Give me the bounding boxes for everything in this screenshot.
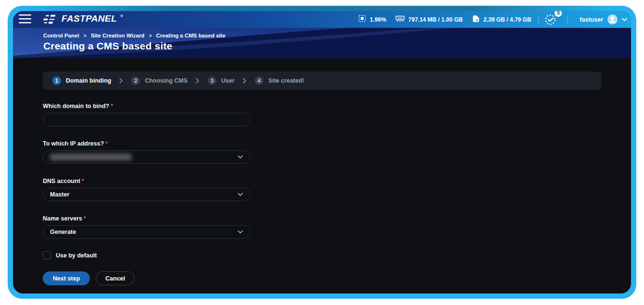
registered-mark: ® <box>120 14 123 18</box>
label-text: Name servers <box>43 215 82 222</box>
topbar: FASTPANEL ® 1.96% <box>13 11 631 28</box>
ip-field-group: To which IP address?* <box>43 140 250 164</box>
breadcrumb-control-panel[interactable]: Control Panel <box>43 33 79 38</box>
step-label: User <box>221 77 235 84</box>
page-header: Control Panel > Site Creation Wizard > C… <box>13 28 631 58</box>
disk-usage-value: 2.39 GB / 4.79 GB <box>483 16 531 23</box>
required-mark: * <box>84 215 86 222</box>
topbar-right: 1.96% 797.14 MB / 1 <box>349 12 627 27</box>
ram-usage-stat: 797.14 MB / 1.00 GB <box>396 15 463 24</box>
brand-name: FASTPANEL <box>62 13 117 24</box>
breadcrumb-separator: > <box>84 33 87 38</box>
next-step-button[interactable]: Next step <box>43 271 90 285</box>
notification-count-badge: 0 <box>555 11 562 17</box>
ip-select[interactable] <box>43 150 250 164</box>
cpu-usage-value: 1.96% <box>370 16 386 23</box>
name-servers-selected-value: Generate <box>50 229 76 235</box>
step-number: 3 <box>208 76 216 85</box>
name-servers-field-label: Name servers* <box>43 215 250 222</box>
disk-usage-stat: 2.39 GB / 4.79 GB <box>472 15 531 24</box>
required-mark: * <box>111 103 113 110</box>
domain-binding-form: Which domain to bind?* To which IP addre… <box>43 103 601 285</box>
step-number: 1 <box>52 76 61 85</box>
chevron-down-icon <box>237 191 243 198</box>
label-text: Which domain to bind? <box>43 103 109 110</box>
chevron-right-icon <box>119 78 123 84</box>
username: fastuser <box>580 16 603 23</box>
disk-icon <box>472 15 480 24</box>
app-window: FASTPANEL ® 1.96% <box>13 11 631 293</box>
chevron-down-icon <box>622 16 627 23</box>
label-text: To which IP address? <box>43 140 104 147</box>
cpu-icon <box>358 14 366 24</box>
cpu-usage-stat: 1.96% <box>358 14 386 24</box>
avatar <box>607 14 618 24</box>
step-number: 4 <box>255 76 263 85</box>
ram-icon <box>396 15 405 24</box>
app-window-frame: FASTPANEL ® 1.96% <box>8 6 636 299</box>
chevron-down-icon <box>237 154 243 160</box>
label-text: DNS account <box>43 178 80 184</box>
use-by-default-checkbox[interactable] <box>43 251 51 259</box>
notifications-button[interactable]: 0 <box>544 12 560 27</box>
hamburger-icon <box>19 14 31 25</box>
name-servers-select[interactable]: Generate <box>43 225 250 239</box>
breadcrumb-current-page: Creating a CMS based site <box>156 33 225 38</box>
topbar-divider <box>567 15 568 24</box>
dns-account-field-label: DNS account* <box>43 178 250 184</box>
menu-toggle-button[interactable] <box>16 12 34 27</box>
required-mark: * <box>105 140 108 147</box>
equalizer-icon <box>42 13 58 26</box>
step-domain-binding[interactable]: 1 Domain binding <box>52 76 111 85</box>
domain-field-group: Which domain to bind?* <box>43 103 250 126</box>
dns-account-select[interactable]: Master <box>43 188 250 201</box>
step-label: Choosing CMS <box>145 77 187 84</box>
step-label: Domain binding <box>66 77 111 84</box>
required-mark: * <box>82 178 84 184</box>
cancel-button[interactable]: Cancel <box>96 271 135 285</box>
step-site-created[interactable]: 4 Site created! <box>255 76 304 85</box>
dns-account-field-group: DNS account* Master <box>43 178 250 201</box>
page-title: Creating a CMS based site <box>43 40 601 52</box>
use-by-default-label: Use by default <box>56 252 97 259</box>
step-choosing-cms[interactable]: 2 Choosing CMS <box>131 76 187 85</box>
breadcrumb-separator: > <box>149 33 152 38</box>
domain-input[interactable] <box>43 113 250 126</box>
ram-usage-value: 797.14 MB / 1.00 GB <box>409 16 463 23</box>
chevron-right-icon <box>243 78 247 84</box>
selected-ip-redacted <box>50 154 132 160</box>
dns-account-selected-value: Master <box>50 191 69 198</box>
main-content: 1 Domain binding 2 Choosing CMS 3 User <box>13 58 631 293</box>
domain-field-label: Which domain to bind?* <box>43 103 250 110</box>
name-servers-field-group: Name servers* Generate <box>43 215 250 239</box>
breadcrumb: Control Panel > Site Creation Wizard > C… <box>43 33 601 38</box>
chevron-right-icon <box>196 78 199 84</box>
breadcrumb-site-creation-wizard[interactable]: Site Creation Wizard <box>91 33 145 38</box>
form-actions: Next step Cancel <box>43 271 601 285</box>
user-menu[interactable]: fastuser <box>580 14 627 24</box>
chevron-down-icon <box>237 229 243 235</box>
use-by-default-row[interactable]: Use by default <box>43 251 601 259</box>
topbar-divider <box>538 15 539 24</box>
wizard-steps: 1 Domain binding 2 Choosing CMS 3 User <box>43 72 601 90</box>
brand-logo[interactable]: FASTPANEL ® <box>42 13 123 26</box>
ip-field-label: To which IP address?* <box>43 140 250 147</box>
step-user[interactable]: 3 User <box>208 76 235 85</box>
step-number: 2 <box>131 76 140 85</box>
step-label: Site created! <box>268 77 304 84</box>
